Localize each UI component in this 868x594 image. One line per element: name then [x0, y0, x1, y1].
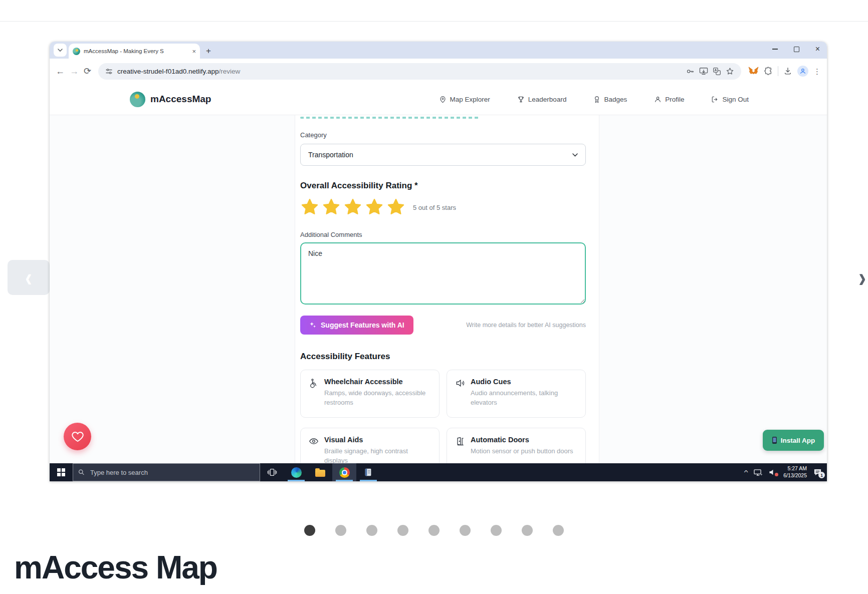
taskbar-search[interactable]: [73, 463, 260, 481]
nav-item-sign-out[interactable]: Sign Out: [711, 96, 749, 103]
brand[interactable]: mAccessMap: [130, 92, 211, 107]
cast-icon[interactable]: [699, 67, 708, 75]
notepad-app-icon: [364, 468, 373, 477]
star-icon[interactable]: [300, 198, 319, 217]
new-tab-button[interactable]: +: [206, 47, 211, 55]
nav-item-map-explorer[interactable]: Map Explorer: [439, 96, 490, 103]
page-top-divider: [0, 21, 868, 22]
chrome-taskbar-button[interactable]: [332, 463, 356, 481]
star-icon[interactable]: [343, 198, 362, 217]
feature-card-automatic-doors[interactable]: Automatic Doors Motion sensor or push bu…: [447, 428, 586, 463]
minimize-button[interactable]: [772, 49, 778, 50]
carousel-dot-9[interactable]: [553, 525, 564, 536]
tab-title: mAccessMap - Making Every S: [84, 48, 188, 54]
feature-desc: Motion sensor or push button doors: [471, 447, 573, 456]
suggest-features-button[interactable]: Suggest Features with AI: [300, 316, 413, 335]
install-app-button[interactable]: Install App: [763, 430, 824, 451]
profile-avatar-icon[interactable]: [797, 66, 808, 77]
url-domain: creative-strudel-f01ad0.netlify.app: [117, 68, 219, 75]
window-close-button[interactable]: ×: [815, 45, 820, 53]
eye-icon: [309, 436, 319, 446]
carousel-dot-4[interactable]: [397, 525, 408, 536]
notification-center-button[interactable]: 1: [813, 468, 822, 476]
carousel-dot-5[interactable]: [428, 525, 440, 536]
reload-button[interactable]: ⟳: [84, 67, 91, 76]
sparkles-icon: [309, 322, 316, 329]
chrome-icon: [339, 467, 350, 478]
task-view-button[interactable]: [260, 463, 284, 481]
bookmark-star-icon[interactable]: [726, 67, 734, 76]
edge-taskbar-button[interactable]: [284, 463, 308, 481]
nav-item-leaderboard[interactable]: Leaderboard: [517, 96, 567, 103]
speaker-muted-icon[interactable]: [769, 469, 777, 476]
category-label: Category: [300, 131, 586, 139]
feature-desc: Ramps, wide doorways, accessible restroo…: [324, 389, 431, 408]
browser-window: mAccessMap - Making Every S × + × ← → ⟳ …: [50, 42, 827, 481]
like-fab-button[interactable]: [64, 423, 91, 450]
browser-tab[interactable]: mAccessMap - Making Every S ×: [69, 44, 200, 59]
extensions-puzzle-icon[interactable]: [764, 67, 773, 76]
star-icon[interactable]: [365, 198, 384, 217]
suggest-button-label: Suggest Features with AI: [321, 321, 404, 329]
comments-textarea[interactable]: Nice: [300, 242, 586, 305]
notification-badge: 1: [818, 472, 825, 478]
toolbar-divider: [778, 66, 778, 76]
badge-icon: [593, 96, 600, 103]
feature-title: Audio Cues: [471, 378, 577, 386]
site-header: mAccessMap Map Explorer Leaderboard Badg…: [50, 84, 827, 115]
feature-card-audio-cues[interactable]: Audio Cues Audio announcements, talking …: [447, 370, 586, 418]
carousel-prev-button[interactable]: ‹: [8, 260, 50, 295]
nav-item-badges[interactable]: Badges: [593, 96, 627, 103]
download-icon[interactable]: [783, 67, 792, 76]
address-bar[interactable]: creative-strudel-f01ad0.netlify.app/revi…: [98, 63, 741, 80]
windows-start-icon: [57, 468, 65, 476]
speaker-icon: [455, 378, 465, 388]
sign-out-icon: [711, 96, 719, 103]
edge-icon: [291, 467, 302, 478]
url-path: /review: [219, 68, 240, 75]
taskbar-search-input[interactable]: [89, 468, 255, 477]
start-button[interactable]: [50, 463, 73, 481]
task-view-icon: [267, 468, 277, 477]
monitor-icon[interactable]: [754, 469, 762, 476]
back-button[interactable]: ←: [56, 67, 65, 76]
carousel-dot-2[interactable]: [335, 525, 346, 536]
wheelchair-icon: [309, 378, 319, 388]
install-button-label: Install App: [781, 437, 815, 444]
taskbar-clock[interactable]: 5:27 AM 6/13/2025: [783, 465, 807, 479]
rating-heading: Overall Accessibility Rating *: [300, 181, 586, 191]
tab-close-icon[interactable]: ×: [192, 48, 196, 55]
star-rating: 5 out of 5 stars: [300, 198, 586, 217]
maximize-button[interactable]: [794, 47, 799, 52]
browser-toolbar: ← → ⟳ creative-strudel-f01ad0.netlify.ap…: [50, 59, 827, 84]
browser-tab-strip: mAccessMap - Making Every S × + ×: [50, 42, 827, 59]
feature-card-visual-aids[interactable]: Visual Aids Braille signage, high contra…: [300, 428, 440, 463]
heart-icon: [72, 431, 84, 442]
carousel-dot-7[interactable]: [491, 525, 502, 536]
key-icon[interactable]: [686, 67, 695, 76]
category-select[interactable]: Transportation: [300, 144, 586, 166]
carousel-dot-8[interactable]: [522, 525, 533, 536]
star-icon[interactable]: [386, 198, 405, 217]
feature-title: Visual Aids: [324, 436, 431, 444]
carousel-dot-6[interactable]: [460, 525, 471, 536]
nav-item-profile[interactable]: Profile: [654, 96, 684, 103]
feature-card-wheelchair[interactable]: Wheelchair Accessible Ramps, wide doorwa…: [300, 370, 440, 418]
file-explorer-button[interactable]: [308, 463, 332, 481]
app-taskbar-button[interactable]: [356, 463, 380, 481]
carousel-dot-1[interactable]: [304, 525, 315, 536]
person-icon: [654, 96, 662, 103]
browser-menu-icon[interactable]: ⋮: [813, 68, 821, 75]
star-icon[interactable]: [322, 198, 341, 217]
features-grid: Wheelchair Accessible Ramps, wide doorwa…: [300, 370, 586, 463]
map-pin-icon: [439, 96, 447, 103]
forward-button[interactable]: →: [70, 67, 79, 76]
metamask-fox-icon[interactable]: [748, 67, 759, 76]
tray-chevron-icon[interactable]: ^: [744, 469, 748, 475]
file-explorer-icon: [315, 470, 325, 477]
clock-date: 6/13/2025: [783, 472, 807, 479]
tab-search-button[interactable]: [54, 44, 67, 57]
translate-icon[interactable]: [713, 67, 721, 76]
carousel-dot-3[interactable]: [366, 525, 377, 536]
carousel-next-button[interactable]: ›: [858, 264, 866, 291]
